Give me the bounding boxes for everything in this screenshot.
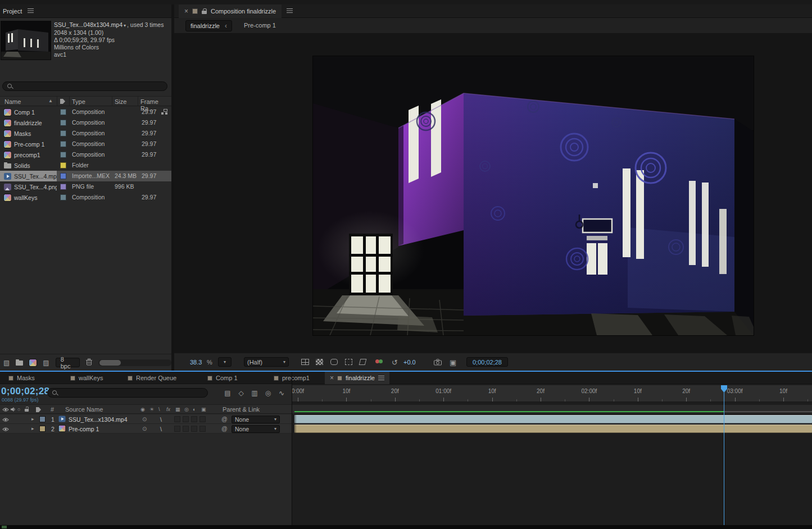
- timeline-layer-row[interactable]: ▸2Pre-comp 1⊙\@None▾: [0, 424, 292, 434]
- pixel-aspect-correction-icon[interactable]: [359, 359, 367, 365]
- switch-cell[interactable]: [183, 426, 189, 432]
- timeline-search-input[interactable]: [47, 388, 208, 398]
- reset-exposure-icon[interactable]: ↺: [392, 359, 398, 366]
- footage-preview-thumbnail[interactable]: [1, 21, 51, 60]
- label-swatch[interactable]: [60, 173, 66, 179]
- project-tab[interactable]: Project: [3, 8, 22, 15]
- show-channel-icon[interactable]: [375, 359, 383, 364]
- sort-asc-icon[interactable]: ▲: [48, 98, 53, 103]
- timeline-tab-finaldrizzle[interactable]: ×finaldrizzle: [325, 372, 389, 384]
- column-source-name[interactable]: Source Name: [65, 406, 103, 413]
- eye-icon[interactable]: [2, 426, 9, 433]
- layer-switch-icon[interactable]: ⊙: [142, 416, 147, 422]
- safe-zones-icon[interactable]: [301, 359, 309, 365]
- layer-name[interactable]: SSU_Tex...x1304.mp4: [69, 416, 127, 423]
- current-timecode[interactable]: 0;00;02;28: [1, 386, 49, 397]
- project-row[interactable]: SSU_Tex...4.mp4Importe...MEX24.3 MB29.97: [0, 171, 171, 181]
- viewport-timecode[interactable]: 0;00;02;28: [466, 357, 508, 367]
- interpret-footage-icon[interactable]: ▧: [3, 359, 10, 366]
- panel-menu-icon[interactable]: [378, 376, 384, 381]
- project-row[interactable]: finaldrizzleComposition29.97: [0, 117, 171, 128]
- mini-flowchart-icon[interactable]: ▤: [223, 389, 233, 398]
- panel-menu-icon[interactable]: [287, 8, 293, 13]
- motion-blur-icon[interactable]: ◎: [263, 389, 273, 398]
- timeline-track-area[interactable]: 0:00f10f20f01:00f10f20f02:00f10f20f03:00…: [292, 384, 812, 526]
- show-snapshot-icon[interactable]: ▣: [450, 359, 456, 366]
- parent-link-dropdown[interactable]: None▾: [232, 425, 280, 433]
- label-swatch[interactable]: [60, 130, 66, 136]
- column-type[interactable]: Type: [72, 98, 85, 105]
- delete-icon[interactable]: [86, 358, 92, 367]
- region-of-interest-icon[interactable]: [345, 359, 352, 365]
- project-row[interactable]: MasksComposition29.97: [0, 128, 171, 139]
- column-name[interactable]: Name: [4, 98, 21, 105]
- timeline-tab-wallkeys[interactable]: wallKeys: [65, 372, 108, 384]
- new-folder-icon[interactable]: [16, 361, 23, 366]
- column-size[interactable]: Size: [115, 98, 126, 105]
- adjust-icon[interactable]: ▨: [43, 359, 49, 366]
- close-icon[interactable]: ×: [184, 7, 188, 15]
- project-search-input[interactable]: [2, 81, 167, 91]
- switch-cell[interactable]: [174, 416, 180, 422]
- label-swatch[interactable]: [60, 152, 66, 158]
- project-row[interactable]: Pre-comp 1Composition29.97: [0, 139, 171, 149]
- timeline-tab-render-queue[interactable]: Render Queue: [123, 372, 182, 384]
- snapshot-icon[interactable]: [434, 359, 442, 367]
- column-parent-link[interactable]: Parent & Link: [223, 406, 260, 413]
- label-swatch[interactable]: [60, 162, 66, 168]
- timeline-divider[interactable]: [292, 372, 292, 526]
- switch-cell[interactable]: [199, 416, 206, 422]
- graph-editor-icon[interactable]: ∿: [276, 389, 287, 398]
- layer-name[interactable]: Pre-comp 1: [69, 426, 99, 432]
- project-row[interactable]: wallKeysComposition29.97: [0, 192, 171, 203]
- switch-cell[interactable]: [191, 416, 197, 422]
- chevron-down-icon[interactable]: ▾: [124, 23, 126, 28]
- switch-cell[interactable]: [174, 426, 180, 432]
- quality-switch[interactable]: \: [160, 416, 162, 423]
- timeline-tab-masks[interactable]: Masks: [3, 372, 40, 384]
- breadcrumb-current-button[interactable]: finaldrizzle ‹: [185, 20, 232, 31]
- label-swatch[interactable]: [60, 184, 66, 190]
- transparency-grid-icon[interactable]: [316, 359, 323, 365]
- zoom-dropdown[interactable]: ▾: [218, 357, 232, 367]
- label-swatch[interactable]: [60, 120, 66, 126]
- breadcrumb-parent[interactable]: Pre-comp 1: [244, 22, 276, 29]
- horizontal-scrollbar[interactable]: [98, 359, 171, 366]
- switch-cell[interactable]: [199, 426, 206, 432]
- layer-switch-icon[interactable]: ⊙: [142, 426, 147, 432]
- switch-cell[interactable]: [191, 426, 197, 432]
- lock-icon[interactable]: [202, 8, 207, 15]
- layer-duration-bar[interactable]: [294, 425, 812, 433]
- draft-3d-icon[interactable]: ◇: [236, 389, 246, 398]
- layer-duration-bar[interactable]: [294, 415, 812, 423]
- pick-whip-icon[interactable]: @: [221, 425, 228, 432]
- timeline-tab-comp-1[interactable]: Comp 1: [202, 372, 243, 384]
- composition-tab[interactable]: × Composition finaldrizzle: [179, 4, 282, 18]
- switch-cell[interactable]: [183, 416, 189, 422]
- exposure-value[interactable]: +0.0: [403, 359, 416, 366]
- label-swatch[interactable]: [39, 416, 46, 422]
- expander-icon[interactable]: ▸: [31, 416, 34, 422]
- project-row[interactable]: SolidsFolder: [0, 160, 171, 171]
- label-column-icon[interactable]: [60, 99, 65, 104]
- label-swatch[interactable]: [39, 426, 46, 432]
- project-row[interactable]: SSU_Tex...4.pngPNG file996 KB: [0, 181, 171, 192]
- timeline-layer-row[interactable]: ▸1SSU_Tex...x1304.mp4⊙\@None▾: [0, 414, 292, 424]
- color-depth-button[interactable]: 8 bpc: [56, 358, 80, 367]
- frame-blending-icon[interactable]: ▥: [250, 389, 260, 398]
- project-row[interactable]: precomp1Composition29.97: [0, 149, 171, 160]
- composition-viewport-image[interactable]: [313, 56, 754, 335]
- label-swatch[interactable]: [60, 141, 66, 147]
- zoom-value[interactable]: 38.3: [190, 359, 202, 366]
- pick-whip-icon[interactable]: @: [221, 416, 228, 422]
- expander-icon[interactable]: ▸: [31, 426, 34, 431]
- new-composition-icon[interactable]: [29, 359, 37, 366]
- time-ruler[interactable]: 0:00f10f20f01:00f10f20f02:00f10f20f03:00…: [292, 385, 812, 402]
- label-swatch[interactable]: [60, 109, 66, 115]
- resolution-dropdown[interactable]: (Half)▾: [244, 357, 289, 367]
- scrollbar-thumb[interactable]: [99, 360, 121, 366]
- label-swatch[interactable]: [60, 194, 66, 200]
- current-time-indicator-line[interactable]: [724, 385, 724, 526]
- close-icon[interactable]: ×: [330, 374, 334, 382]
- panel-menu-icon[interactable]: [28, 8, 34, 13]
